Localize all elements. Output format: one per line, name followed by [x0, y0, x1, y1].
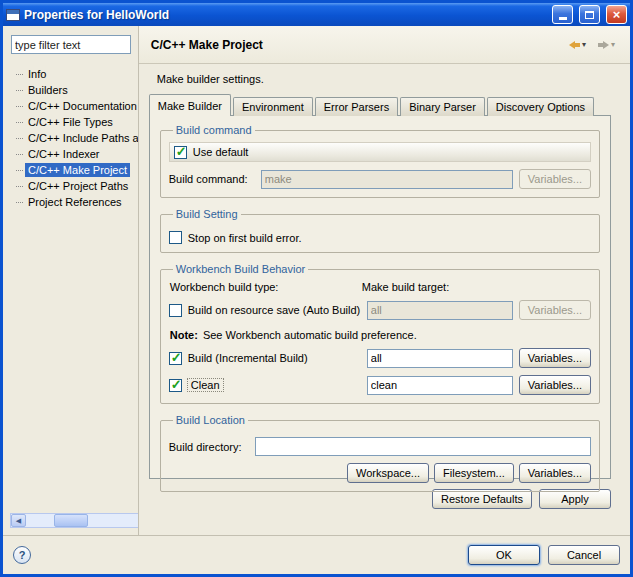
apply-button[interactable]: Apply — [539, 489, 611, 509]
content-pane: C/C++ Make Project ▾ ▾ Make builder sett… — [139, 26, 630, 535]
dialog-footer: ? OK Cancel — [3, 535, 630, 574]
build-command-group-title: Build command — [173, 124, 255, 136]
build-command-label: Build command: — [169, 173, 255, 185]
use-default-label: Use default — [193, 146, 249, 158]
build-command-variables-button[interactable]: Variables... — [519, 169, 591, 189]
scroll-left-button[interactable]: ◀ — [11, 514, 26, 527]
auto-build-target-input[interactable] — [367, 301, 513, 320]
sidebar-item-cpp-indexer[interactable]: C/C++ Indexer — [25, 146, 138, 162]
use-default-checkbox[interactable] — [174, 146, 187, 159]
note-text: See Workbench automatic build preference… — [203, 329, 417, 341]
scrollbar-thumb[interactable] — [54, 514, 88, 527]
minimize-button[interactable] — [552, 5, 573, 24]
forward-button[interactable]: ▾ — [595, 39, 618, 51]
help-icon: ? — [19, 549, 26, 561]
restore-defaults-button[interactable]: Restore Defaults — [432, 489, 532, 509]
sidebar-item-cpp-make-project[interactable]: C/C++ Make Project — [25, 162, 138, 178]
tab-discovery-options[interactable]: Discovery Options — [487, 97, 594, 116]
build-directory-label: Build directory: — [169, 441, 249, 453]
make-build-target-label: Make build target: — [362, 281, 449, 293]
workbench-note: Note:See Workbench automatic build prefe… — [170, 329, 591, 341]
clean-checkbox[interactable] — [169, 379, 182, 392]
maximize-button[interactable] — [579, 5, 600, 24]
sidebar-item-cpp-documentation[interactable]: C/C++ Documentation — [25, 98, 138, 114]
auto-build-checkbox[interactable] — [169, 304, 182, 317]
incremental-build-checkbox[interactable] — [169, 352, 182, 365]
sidebar: Info Builders C/C++ Documentation C/C++ … — [3, 26, 139, 535]
note-label: Note: — [170, 329, 198, 341]
tab-binary-parser[interactable]: Binary Parser — [400, 97, 485, 116]
workbench-group-title: Workbench Build Behavior — [173, 263, 308, 275]
stop-on-error-checkbox[interactable] — [169, 231, 182, 244]
history-nav: ▾ ▾ — [566, 39, 618, 51]
auto-build-label: Build on resource save (Auto Build) — [188, 304, 360, 316]
stop-on-error-row: Stop on first build error. — [169, 231, 591, 244]
incremental-variables-button[interactable]: Variables... — [519, 348, 591, 368]
build-location-group: Build Location Build directory: Workspac… — [160, 414, 600, 492]
page-actions: Restore Defaults Apply — [139, 489, 611, 509]
sidebar-item-cpp-project-paths[interactable]: C/C++ Project Paths — [25, 178, 138, 194]
cancel-button[interactable]: Cancel — [548, 545, 620, 565]
page-title: C/C++ Make Project — [151, 38, 566, 52]
incremental-build-row: Build (Incremental Build) Variables... — [169, 348, 591, 368]
properties-tree: Info Builders C/C++ Documentation C/C++ … — [11, 66, 138, 210]
sidebar-item-info[interactable]: Info — [25, 66, 138, 82]
incremental-build-label: Build (Incremental Build) — [188, 352, 308, 364]
app-icon — [6, 9, 20, 21]
filter-input[interactable] — [11, 35, 131, 54]
ok-button[interactable]: OK — [468, 545, 540, 565]
maximize-icon — [585, 11, 594, 19]
forward-dropdown-icon: ▾ — [611, 41, 615, 49]
window-title: Properties for HelloWorld — [24, 8, 546, 22]
close-button[interactable]: × — [606, 5, 627, 24]
properties-dialog: Properties for HelloWorld × Info Builder… — [0, 0, 633, 577]
scrollbar-track[interactable] — [26, 514, 139, 527]
tab-error-parsers[interactable]: Error Parsers — [315, 97, 398, 116]
make-builder-panel: Build command Use default Build command:… — [149, 115, 611, 479]
workbench-build-type-label: Workbench build type: — [170, 281, 362, 293]
sidebar-item-project-references[interactable]: Project References — [25, 194, 138, 210]
build-command-input[interactable] — [261, 170, 513, 189]
tab-environment[interactable]: Environment — [233, 97, 313, 116]
build-location-group-title: Build Location — [173, 414, 248, 426]
scroll-left-icon: ◀ — [16, 517, 21, 525]
clean-label: Clean — [188, 379, 223, 391]
sidebar-item-cpp-include-paths[interactable]: C/C++ Include Paths and — [25, 130, 138, 146]
close-icon: × — [613, 8, 621, 21]
page-header: C/C++ Make Project ▾ ▾ — [139, 26, 630, 64]
sidebar-item-builders[interactable]: Builders — [25, 82, 138, 98]
workbench-column-labels: Workbench build type: Make build target: — [170, 281, 591, 293]
stop-on-error-label: Stop on first build error. — [188, 232, 302, 244]
title-bar[interactable]: Properties for HelloWorld × — [3, 3, 630, 26]
build-directory-input[interactable] — [255, 437, 591, 456]
clean-variables-button[interactable]: Variables... — [519, 375, 591, 395]
back-dropdown-icon: ▾ — [582, 41, 586, 49]
forward-icon — [598, 41, 609, 49]
sidebar-item-cpp-file-types[interactable]: C/C++ File Types — [25, 114, 138, 130]
auto-build-variables-button[interactable]: Variables... — [519, 300, 591, 320]
incremental-target-input[interactable] — [367, 349, 513, 368]
help-button[interactable]: ? — [13, 546, 31, 564]
workbench-behavior-group: Workbench Build Behavior Workbench build… — [160, 263, 600, 404]
workspace-button[interactable]: Workspace... — [347, 463, 429, 483]
auto-build-row: Build on resource save (Auto Build) Vari… — [169, 300, 591, 320]
main-area: Info Builders C/C++ Documentation C/C++ … — [3, 26, 630, 535]
back-button[interactable]: ▾ — [566, 39, 589, 51]
horizontal-scrollbar[interactable]: ◀ ▶ — [10, 513, 139, 528]
tab-make-builder[interactable]: Make Builder — [149, 94, 231, 116]
build-command-group: Build command Use default Build command:… — [160, 124, 600, 198]
page-description: Make builder settings. — [139, 64, 630, 92]
back-icon — [569, 41, 580, 49]
clean-row: Clean Variables... — [169, 375, 591, 395]
clean-target-input[interactable] — [367, 376, 513, 395]
location-variables-button[interactable]: Variables... — [519, 463, 591, 483]
build-setting-group-title: Build Setting — [173, 208, 241, 220]
tab-bar: Make Builder Environment Error Parsers B… — [139, 92, 630, 115]
filesystem-button[interactable]: Filesystem... — [434, 463, 514, 483]
use-default-row[interactable]: Use default — [169, 142, 591, 162]
build-setting-group: Build Setting Stop on first build error. — [160, 208, 600, 253]
minimize-icon — [559, 17, 567, 20]
